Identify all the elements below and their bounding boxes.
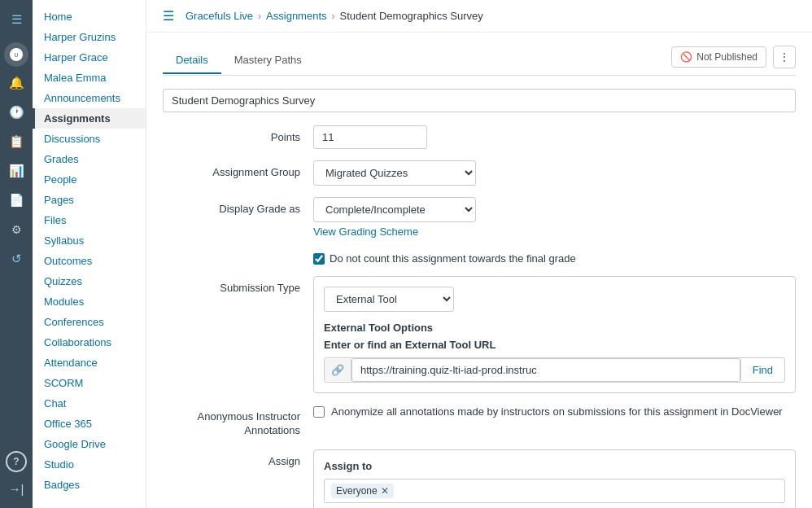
sidebar-item-syllabus[interactable]: Syllabus [33,230,146,251]
arrow-icon[interactable]: ↺ [3,246,29,272]
breadcrumb-sep2: › [332,11,335,22]
help-nav-icon[interactable]: ? [6,451,27,472]
anon-row: Anonymous Instructor Annotations Anonymi… [163,405,796,438]
sidebar-item-discussions[interactable]: Discussions [33,129,146,149]
svg-text:U: U [15,52,19,58]
sidebar-item-harper-grace[interactable]: Harper Grace [33,47,146,68]
assign-label: Assign [163,449,313,467]
assign-to-input[interactable]: Everyone ✕ [324,479,785,503]
find-button[interactable]: Find [740,359,784,381]
tabs: Details Mastery Paths [163,47,315,74]
sidebar-item-malea-emma[interactable]: Malea Emma [33,68,146,88]
anon-control: Anonymize all annotations made by instru… [313,405,796,419]
anon-label: Anonymous Instructor Annotations [163,405,313,438]
final-grade-spacer [163,249,313,255]
tab-mastery-paths[interactable]: Mastery Paths [221,47,315,74]
sidebar-item-pages[interactable]: Pages [33,190,146,210]
submission-type-control: External Tool No Submission Online On Pa… [313,276,796,393]
assign-control: Assign to Everyone ✕ [313,449,796,508]
tabs-bar: Details Mastery Paths 🚫 Not Published ⋮ [163,46,796,76]
not-published-label: Not Published [696,51,757,63]
external-tool-url-input[interactable] [351,358,740,382]
final-grade-control: Do not count this assignment towards the… [313,249,796,265]
tab-details[interactable]: Details [163,47,221,74]
collapse-nav-icon[interactable]: →| [3,475,29,501]
points-input[interactable] [313,125,427,149]
sidebar-item-office-365[interactable]: Office 365 [33,414,146,434]
sidebar-item-attendance[interactable]: Attendance [33,353,146,373]
assignment-group-control: Migrated Quizzes Assignments Discussions… [313,160,796,186]
sidebar-item-harper-gruzins[interactable]: Harper Gruzins [33,27,146,47]
display-grade-select[interactable]: Complete/Incomplete Points Percentage Le… [313,197,476,222]
menu-icon[interactable]: ☰ [3,7,29,33]
assign-tag-everyone: Everyone ✕ [331,484,394,498]
sidebar-item-quizzes[interactable]: Quizzes [33,271,146,291]
anon-checkbox[interactable] [313,406,325,418]
sidebar-item-scorm[interactable]: SCORM [33,373,146,393]
sidebar-item-files[interactable]: Files [33,210,146,230]
display-grade-label: Display Grade as [163,197,313,215]
assign-box: Assign to Everyone ✕ [313,449,796,508]
sidebar-item-grades[interactable]: Grades [33,149,146,169]
sidebar-item-modules[interactable]: Modules [33,291,146,312]
more-options-button[interactable]: ⋮ [773,46,796,68]
breadcrumb-current: Student Demographics Survey [340,10,483,22]
hamburger-icon[interactable]: ☰ [163,8,174,24]
sidebar: HomeHarper GruzinsHarper GraceMalea Emma… [33,0,146,508]
sidebar-item-collaborations[interactable]: Collaborations [33,332,146,353]
ext-tool-options-title: External Tool Options [324,322,785,334]
content-area: Details Mastery Paths 🚫 Not Published ⋮ … [146,33,812,508]
anon-checkbox-row: Anonymize all annotations made by instru… [313,405,796,419]
submission-type-label: Submission Type [163,276,313,294]
breadcrumb-home[interactable]: Gracefuls Live [186,10,253,22]
breadcrumb: ☰ Gracefuls Live › Assignments › Student… [146,0,812,33]
final-grade-checkbox[interactable] [313,253,325,265]
assignment-title-input[interactable] [163,89,796,112]
sidebar-item-conferences[interactable]: Conferences [33,312,146,332]
submission-type-select[interactable]: External Tool No Submission Online On Pa… [324,287,454,312]
main-content: ☰ Gracefuls Live › Assignments › Student… [146,0,812,508]
publish-area: 🚫 Not Published ⋮ [671,46,796,75]
assign-tag-label: Everyone [336,485,378,497]
sidebar-item-announcements[interactable]: Announcements [33,88,146,108]
submission-type-row: Submission Type External Tool No Submiss… [163,276,796,393]
view-grading-scheme-link[interactable]: View Grading Scheme [313,226,418,238]
sidebar-item-studio[interactable]: Studio [33,454,146,475]
sidebar-item-google-drive[interactable]: Google Drive [33,434,146,454]
icon-nav: ☰ U 🔔 🕐 📋 📊 📄 ⚙ ↺ ? →| [0,0,33,508]
points-label: Points [163,125,313,143]
assign-to-label: Assign to [324,460,785,472]
gear-icon[interactable]: ⚙ [3,217,29,243]
sidebar-item-people[interactable]: People [33,169,146,190]
home-nav-icon[interactable]: U [4,42,28,67]
assignment-group-row: Assignment Group Migrated Quizzes Assign… [163,160,796,186]
clock-icon[interactable]: 🕐 [3,99,29,125]
book-icon[interactable]: 📋 [3,129,29,155]
points-row: Points [163,125,796,149]
sidebar-item-assignments[interactable]: Assignments [33,108,146,129]
assign-row: Assign Assign to Everyone ✕ [163,449,796,508]
url-input-row: 🔗 Find [324,357,785,383]
anon-text: Anonymize all annotations made by instru… [331,405,783,419]
final-grade-row: Do not count this assignment towards the… [163,249,796,265]
link-icon: 🔗 [325,359,351,381]
bell-icon[interactable]: 🔔 [3,70,29,96]
breadcrumb-sep1: › [258,11,261,22]
display-grade-control: Complete/Incomplete Points Percentage Le… [313,197,796,238]
assign-tag-remove[interactable]: ✕ [381,486,389,496]
submission-box: External Tool No Submission Online On Pa… [313,276,796,393]
not-published-button[interactable]: 🚫 Not Published [671,46,766,68]
ext-tool-url-title: Enter or find an External Tool URL [324,339,785,351]
chart-icon[interactable]: 📊 [3,158,29,184]
sidebar-item-chat[interactable]: Chat [33,393,146,414]
pages-nav-icon[interactable]: 📄 [3,187,29,213]
assignment-group-label: Assignment Group [163,160,313,178]
sidebar-item-outcomes[interactable]: Outcomes [33,251,146,271]
sidebar-item-home[interactable]: Home [33,7,146,27]
sidebar-item-badges[interactable]: Badges [33,475,146,495]
breadcrumb-assignments[interactable]: Assignments [266,10,326,22]
assignment-group-select[interactable]: Migrated Quizzes Assignments Discussions… [313,160,476,186]
final-grade-checkbox-label: Do not count this assignment towards the… [330,252,576,265]
points-control [313,125,796,149]
final-grade-checkbox-row: Do not count this assignment towards the… [313,252,796,265]
